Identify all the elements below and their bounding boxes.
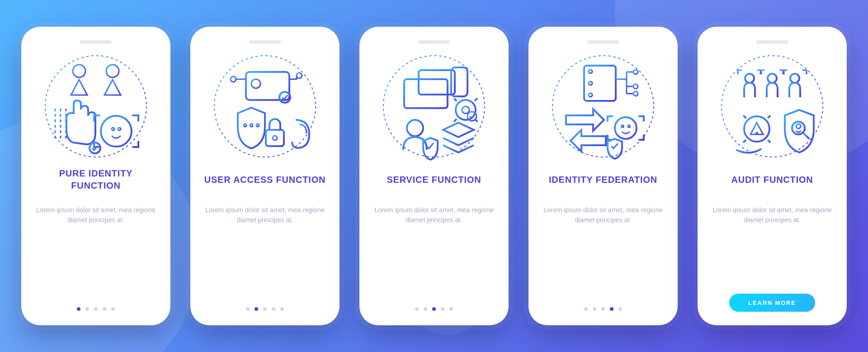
svg-point-68 bbox=[796, 124, 801, 128]
svg-point-17 bbox=[244, 124, 246, 127]
dot-5[interactable] bbox=[449, 307, 453, 311]
phones-row: PURE IDENTITY FUNCTION Lorem ipsum dolor… bbox=[0, 0, 868, 352]
screen-title: USER ACCESS FUNCTION bbox=[204, 167, 326, 192]
svg-point-66 bbox=[756, 133, 758, 134]
svg-point-3 bbox=[73, 65, 85, 77]
phone-screen-2: USER ACCESS FUNCTION Lorem ipsum dolor s… bbox=[190, 27, 340, 325]
svg-point-55 bbox=[790, 74, 799, 83]
svg-line-62 bbox=[768, 140, 770, 143]
learn-more-button[interactable]: LEARN MORE bbox=[729, 294, 815, 312]
svg-point-47 bbox=[633, 84, 638, 89]
phone-screen-4: IDENTITY FEDERATION Lorem ipsum dolor si… bbox=[528, 27, 678, 325]
phone-speaker bbox=[587, 40, 619, 44]
svg-rect-20 bbox=[266, 130, 284, 146]
screen-title: PURE IDENTITY FUNCTION bbox=[33, 167, 159, 192]
svg-line-64 bbox=[743, 140, 746, 143]
pure-identity-icon bbox=[42, 52, 150, 161]
svg-rect-25 bbox=[451, 67, 467, 96]
dot-1[interactable] bbox=[584, 307, 588, 311]
phone-screen-1: PURE IDENTITY FUNCTION Lorem ipsum dolor… bbox=[21, 27, 170, 325]
svg-point-37 bbox=[467, 112, 476, 121]
pagination-dots[interactable] bbox=[415, 307, 453, 311]
phone-speaker bbox=[756, 40, 788, 44]
pagination-dots[interactable] bbox=[584, 307, 622, 311]
dot-3[interactable] bbox=[601, 307, 605, 311]
svg-line-69 bbox=[803, 133, 809, 139]
svg-point-16 bbox=[297, 73, 302, 78]
svg-point-28 bbox=[462, 106, 469, 114]
svg-point-7 bbox=[118, 128, 121, 130]
svg-point-46 bbox=[633, 70, 638, 74]
svg-point-54 bbox=[768, 74, 777, 83]
dot-4[interactable] bbox=[272, 307, 275, 311]
svg-point-50 bbox=[622, 125, 624, 128]
screen-body: Lorem ipsum dolor sit amet, mea regione … bbox=[709, 205, 835, 225]
audit-function-icon bbox=[718, 52, 826, 161]
dot-2[interactable] bbox=[85, 307, 89, 311]
dot-5[interactable] bbox=[618, 307, 622, 311]
dot-1[interactable] bbox=[415, 307, 419, 311]
screen-body: Lorem ipsum dolor sit amet, mea regione … bbox=[540, 205, 666, 225]
dot-3[interactable] bbox=[263, 307, 267, 311]
phone-screen-3: SERVICE FUNCTION Lorem ipsum dolor sit a… bbox=[359, 27, 509, 325]
svg-point-11 bbox=[251, 79, 260, 88]
svg-line-33 bbox=[454, 98, 457, 101]
phone-speaker bbox=[418, 40, 450, 44]
pagination-dots[interactable] bbox=[246, 307, 284, 311]
onboarding-stage: PURE IDENTITY FUNCTION Lorem ipsum dolor… bbox=[0, 0, 868, 352]
phone-speaker bbox=[249, 40, 281, 44]
svg-rect-24 bbox=[419, 70, 455, 95]
phone-screen-5: AUDIT FUNCTION Lorem ipsum dolor sit ame… bbox=[698, 27, 847, 325]
svg-point-38 bbox=[407, 120, 423, 136]
pagination-dots[interactable] bbox=[77, 307, 115, 311]
svg-line-36 bbox=[454, 119, 457, 122]
screen-body: Lorem ipsum dolor sit amet, mea regione … bbox=[33, 205, 159, 225]
dot-3[interactable] bbox=[432, 307, 436, 311]
dot-4[interactable] bbox=[103, 307, 106, 311]
svg-point-6 bbox=[112, 128, 114, 130]
dot-5[interactable] bbox=[280, 307, 284, 311]
user-access-icon bbox=[211, 52, 319, 161]
screen-title: SERVICE FUNCTION bbox=[387, 167, 481, 192]
dot-1[interactable] bbox=[246, 307, 250, 311]
svg-point-49 bbox=[615, 117, 637, 139]
svg-point-19 bbox=[256, 124, 259, 127]
svg-point-21 bbox=[273, 136, 277, 140]
dot-4[interactable] bbox=[441, 307, 444, 311]
dot-3[interactable] bbox=[94, 307, 98, 311]
svg-point-45 bbox=[589, 93, 592, 97]
dot-5[interactable] bbox=[111, 307, 115, 311]
svg-point-48 bbox=[633, 91, 638, 96]
svg-point-53 bbox=[745, 74, 754, 83]
svg-point-51 bbox=[628, 125, 630, 128]
dot-1[interactable] bbox=[77, 307, 80, 311]
svg-point-15 bbox=[231, 76, 236, 82]
screen-title: AUDIT FUNCTION bbox=[731, 167, 813, 192]
dot-2[interactable] bbox=[593, 307, 596, 311]
svg-line-35 bbox=[475, 98, 477, 101]
screen-body: Lorem ipsum dolor sit amet, mea regione … bbox=[202, 205, 328, 225]
phone-speaker bbox=[80, 40, 112, 44]
svg-line-61 bbox=[743, 115, 746, 118]
svg-point-39 bbox=[552, 56, 654, 157]
screen-body: Lorem ipsum dolor sit amet, mea regione … bbox=[371, 205, 497, 225]
svg-point-43 bbox=[589, 70, 592, 73]
svg-point-52 bbox=[722, 56, 823, 157]
svg-point-18 bbox=[250, 124, 253, 127]
identity-federation-icon bbox=[549, 52, 657, 161]
svg-point-4 bbox=[106, 65, 119, 77]
dot-2[interactable] bbox=[255, 307, 258, 311]
svg-point-44 bbox=[589, 81, 592, 85]
dot-4[interactable] bbox=[610, 307, 613, 311]
svg-line-63 bbox=[768, 115, 770, 118]
service-function-icon bbox=[380, 52, 488, 161]
screen-title: IDENTITY FEDERATION bbox=[549, 167, 657, 192]
svg-point-5 bbox=[101, 116, 132, 147]
dot-2[interactable] bbox=[424, 307, 427, 311]
